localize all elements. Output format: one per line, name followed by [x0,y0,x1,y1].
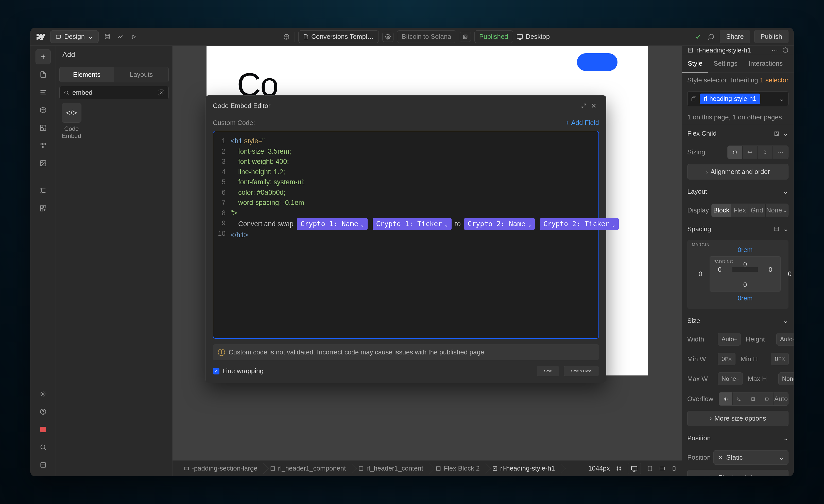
search-bar[interactable]: ✕ [60,86,169,99]
page-settings-chip[interactable] [460,32,471,42]
minh-input[interactable]: 0PX [771,353,789,365]
minw-input[interactable]: 0PX [718,353,735,365]
overflow-scroll-option[interactable] [746,392,760,405]
class-chip[interactable]: rl-heading-style-h1 [700,94,760,104]
height-input[interactable]: Auto– [776,333,794,346]
variables-icon[interactable] [35,120,51,135]
add-button[interactable] [35,49,51,65]
width-settings-icon[interactable] [616,466,622,471]
display-flex-option[interactable]: Flex [731,204,748,217]
analytics-icon[interactable] [116,32,125,41]
flex-child-section[interactable]: Flex Child [687,130,717,137]
overflow-visible-option[interactable] [719,392,733,405]
page-template-chip[interactable]: Conversions Templ… [298,30,379,43]
bp-mobile-landscape-icon[interactable] [659,466,665,472]
breakpoint-chip[interactable]: Desktop [517,33,550,40]
chevron-down-icon[interactable]: ⌄ [783,130,789,137]
settings-tab[interactable]: Settings [708,55,743,73]
padding-right-input[interactable]: 0 [769,266,772,273]
cms-field-crypto2-name[interactable]: Crypto 2: Name [464,218,535,230]
breadcrumb-item[interactable]: rl_header1_component [264,461,352,476]
navigator-icon[interactable] [35,85,51,100]
elements-tab[interactable]: Elements [60,67,114,83]
display-none-option[interactable]: None ⌄ [766,204,788,217]
webflow-logo-icon[interactable] [35,31,46,42]
element-settings-icon[interactable] [783,47,789,53]
cms-icon[interactable] [103,32,112,41]
users-icon[interactable] [35,201,51,216]
bp-tablet-icon[interactable] [647,466,653,472]
class-selector[interactable]: rl-heading-style-h1 ⌄ [687,91,789,106]
line-wrapping-checkbox[interactable]: ✓ Line wrapping [213,367,264,375]
chevron-down-icon[interactable]: ⌄ [783,434,789,442]
display-block-option[interactable]: Block [712,204,731,217]
interactions-tab[interactable]: Interactions [743,55,788,73]
video-icon[interactable] [35,422,51,437]
assets-icon[interactable] [35,156,51,171]
publish-status-chip[interactable]: Published [475,30,513,43]
preview-play-icon[interactable] [129,32,138,41]
padding-left-input[interactable]: 0 [718,266,722,273]
help-icon[interactable] [35,404,51,419]
cms-field-crypto1-name[interactable]: Crypto 1: Name [297,218,368,230]
spacing-section[interactable]: Spacing [687,225,711,233]
maxw-input[interactable]: None– [718,372,743,385]
focus-icon[interactable] [774,131,779,136]
overflow-auto-option[interactable]: Auto [774,392,788,405]
page-name-chip[interactable]: Bitcoin to Solana [397,30,456,43]
globe-icon[interactable] [282,32,291,41]
margin-right-input[interactable]: 0 [788,270,792,278]
layouts-tab[interactable]: Layouts [114,67,169,83]
chevron-down-icon[interactable]: ⌄ [779,95,785,103]
spacing-mode-icon[interactable] [773,226,779,232]
size-section[interactable]: Size [687,317,700,325]
settings-gear-icon[interactable] [35,386,51,402]
clear-search-icon[interactable]: ✕ [158,89,165,96]
padding-bottom-input[interactable]: 0 [743,281,747,289]
more-size-button[interactable]: › More size options [687,411,789,426]
style-manager-icon[interactable] [35,138,51,153]
overflow-clip-option[interactable] [760,392,774,405]
width-input[interactable]: Auto– [718,333,741,346]
cms-field-crypto1-ticker[interactable]: Crypto 1: Ticker [373,218,451,230]
margin-left-input[interactable]: 0 [699,270,702,278]
display-grid-option[interactable]: Grid [748,204,766,217]
position-section[interactable]: Position [687,434,711,442]
sizing-more-option[interactable]: ⋯ [772,146,788,159]
comments-icon[interactable] [707,32,716,41]
pages-icon[interactable] [35,67,51,82]
save-close-button[interactable]: Save & Close [564,366,599,376]
position-select[interactable]: ✕Static⌄ [713,450,789,465]
float-clear-button[interactable]: › Float and clear [687,470,789,476]
style-tab[interactable]: Style [682,55,708,73]
expand-icon[interactable] [579,101,589,111]
sizing-grow-option[interactable] [742,146,757,159]
audit-icon[interactable] [35,457,51,473]
add-field-button[interactable]: + Add Field [566,119,599,127]
breadcrumb-item[interactable]: Flex Block 2 [429,461,486,476]
code-embed-element[interactable]: </> Code Embed [60,103,84,139]
maxh-input[interactable]: None– [778,372,794,385]
breadcrumb-item-active[interactable]: rl-heading-style-h1 [486,461,561,476]
publish-button[interactable]: Publish [754,30,789,43]
more-icon[interactable]: ⋯ [770,46,779,55]
chevron-down-icon[interactable]: ⌄ [783,187,789,196]
code-editor[interactable]: 12345678910 <h1 style=" font-size: 3.5re… [213,131,599,339]
alignment-order-button[interactable]: › Alignment and order [687,164,789,179]
search-input[interactable] [72,89,155,97]
padding-top-input[interactable]: 0 [743,260,747,268]
components-icon[interactable] [35,102,51,118]
cms-collections-icon[interactable] [35,183,51,198]
margin-top-input[interactable]: 0rem [737,246,752,254]
search-rail-icon[interactable] [35,439,51,455]
cms-field-crypto2-ticker[interactable]: Crypto 2: Ticker [540,218,619,230]
overflow-hidden-option[interactable] [733,392,746,405]
save-button[interactable]: Save [537,366,559,376]
settings-gear-chip[interactable] [382,32,394,42]
share-button[interactable]: Share [720,30,750,43]
bp-mobile-portrait-icon[interactable] [671,466,677,471]
margin-bottom-input[interactable]: 0rem [737,294,752,302]
code-content[interactable]: <h1 style=" font-size: 3.5rem; font-weig… [231,131,625,338]
inheriting-link[interactable]: 1 selector [760,76,789,84]
checkmark-icon[interactable] [693,32,703,41]
